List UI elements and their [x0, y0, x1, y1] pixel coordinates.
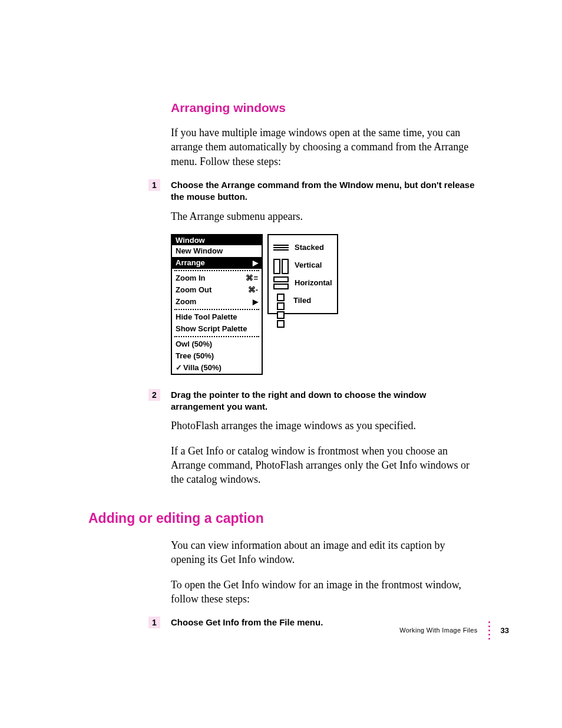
submenu-arrow-icon: ▶: [253, 259, 258, 266]
step-instruction: Drag the pointer to the right and down t…: [171, 389, 477, 413]
menu-divider: [174, 309, 259, 310]
menu-screenshot-figure: Window New Window Arrange▶ Zoom In⌘= Zoo…: [171, 234, 477, 375]
heading-arranging-windows: Arranging windows: [171, 100, 477, 115]
step-1-arranging: 1 Choose the Arrange command from the WI…: [88, 179, 477, 203]
window-menu: Window New Window Arrange▶ Zoom In⌘= Zoo…: [171, 234, 263, 375]
body-paragraph: To open the Get Info window for an image…: [171, 578, 477, 607]
step-number-badge: 2: [148, 389, 160, 401]
body-paragraph: If a Get Info or catalog window is front…: [171, 444, 477, 487]
menu-item-tree[interactable]: Tree (50%): [172, 350, 262, 362]
menu-item-new-window[interactable]: New Window: [172, 245, 262, 257]
horizontal-icon: [273, 276, 289, 289]
menu-divider: [174, 270, 259, 271]
menu-item-villa[interactable]: Villa (50%): [172, 362, 262, 374]
stacked-icon: [273, 241, 289, 254]
footer-chapter-title: Working With Image Files: [399, 627, 477, 634]
submenu-item-vertical[interactable]: Vertical: [273, 256, 332, 274]
menu-item-zoom[interactable]: Zoom▶: [172, 296, 262, 308]
footer-dots-ornament: [488, 621, 490, 640]
submenu-arrow-icon: ▶: [253, 298, 258, 305]
page: Arranging windows If you have multiple i…: [0, 0, 562, 728]
step-2-arranging: 2 Drag the pointer to the right and down…: [88, 389, 477, 413]
menu-divider: [174, 336, 259, 337]
menu-item-show-script-palette[interactable]: Show Script Palette: [172, 323, 262, 335]
menu-item-zoom-out[interactable]: Zoom Out⌘-: [172, 284, 262, 296]
menu-item-zoom-in[interactable]: Zoom In⌘=: [172, 272, 262, 284]
page-footer: Working With Image Files 33: [399, 621, 509, 640]
step-result-text: The Arrange submenu appears.: [171, 209, 477, 223]
keyboard-shortcut: ⌘=: [246, 274, 258, 282]
menu-item-hide-tool-palette[interactable]: Hide Tool Palette: [172, 311, 262, 323]
submenu-item-stacked[interactable]: Stacked: [273, 239, 332, 256]
content-area: Arranging windows If you have multiple i…: [88, 100, 477, 635]
tiled-icon: [273, 294, 287, 308]
body-paragraph: You can view information about an image …: [171, 538, 477, 567]
menu-item-owl[interactable]: Owl (50%): [172, 338, 262, 350]
step-number-badge: 1: [148, 179, 160, 191]
menu-item-arrange[interactable]: Arrange▶: [172, 257, 262, 269]
step-instruction: Choose the Arrange command from the WInd…: [171, 179, 477, 203]
intro-paragraph: If you have multiple image windows open …: [171, 126, 477, 169]
heading-adding-caption: Adding or editing a caption: [88, 510, 477, 527]
body-paragraph: PhotoFlash arranges the image windows as…: [171, 419, 477, 433]
page-number: 33: [501, 627, 509, 634]
vertical-icon: [273, 259, 289, 272]
keyboard-shortcut: ⌘-: [248, 286, 258, 294]
arrange-submenu: Stacked Vertical Horizontal Tiled: [267, 234, 338, 314]
submenu-item-tiled[interactable]: Tiled: [273, 292, 332, 309]
submenu-item-horizontal[interactable]: Horizontal: [273, 274, 332, 292]
step-number-badge: 1: [148, 617, 160, 628]
menu-title: Window: [172, 235, 262, 245]
